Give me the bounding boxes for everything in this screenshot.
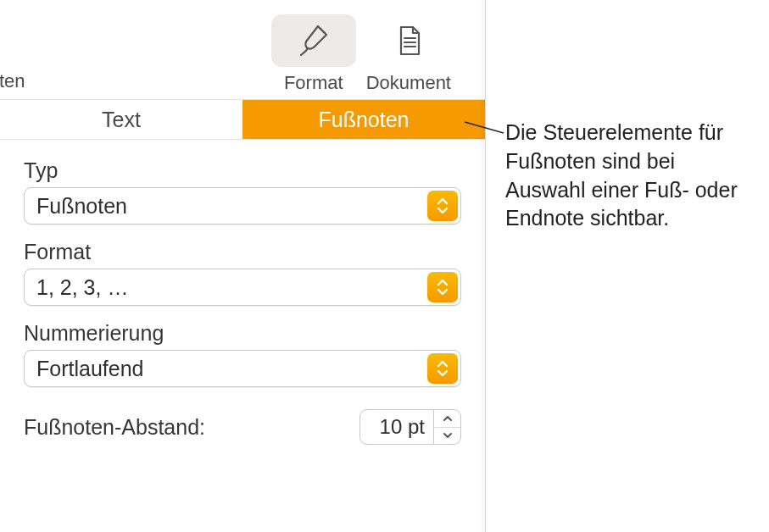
document-tool[interactable]: Dokument xyxy=(361,14,456,94)
chevron-up-icon xyxy=(442,414,454,423)
stepper-buttons xyxy=(434,409,461,445)
tab-footnotes[interactable]: Fußnoten xyxy=(242,100,485,139)
document-icon xyxy=(366,14,451,67)
numbering-label: Nummerierung xyxy=(24,321,461,346)
callout-text: Die Steuerelemente für Fußnoten sind bei… xyxy=(505,119,760,233)
chevron-down-icon xyxy=(442,431,454,440)
format-dropdown[interactable]: 1, 2, 3, … xyxy=(24,269,461,306)
type-value: Fußnoten xyxy=(36,194,449,219)
spacing-stepper: 10 pt xyxy=(359,409,461,445)
updown-icon xyxy=(427,272,458,302)
spacing-label: Fußnoten-Abstand: xyxy=(24,415,205,440)
updown-icon xyxy=(427,353,458,384)
toolbar-left-label: arbeiten xyxy=(0,70,25,92)
format-value: 1, 2, 3, … xyxy=(36,275,449,300)
format-field: Format 1, 2, 3, … xyxy=(24,240,461,306)
type-label: Typ xyxy=(24,158,461,183)
format-label: Format xyxy=(24,240,461,264)
numbering-value: Fortlaufend xyxy=(36,357,449,381)
format-tool-label: Format xyxy=(284,72,343,94)
inspector-tabs: Text Fußnoten xyxy=(0,100,485,140)
document-tool-label: Dokument xyxy=(366,72,451,94)
spacing-value[interactable]: 10 pt xyxy=(359,409,434,445)
type-field: Typ Fußnoten xyxy=(24,158,461,224)
stepper-up[interactable] xyxy=(434,410,460,428)
footnote-controls: Typ Fußnoten Format 1, 2, 3, … xyxy=(0,140,485,463)
toolbar: arbeiten Format xyxy=(0,0,485,100)
inspector-panel: arbeiten Format xyxy=(0,0,486,532)
tab-text[interactable]: Text xyxy=(0,100,242,139)
updown-icon xyxy=(427,191,458,221)
stepper-down[interactable] xyxy=(434,428,460,445)
toolbar-group: Format Dokument xyxy=(266,14,456,94)
spacing-field: Fußnoten-Abstand: 10 pt xyxy=(24,409,461,445)
format-tool[interactable]: Format xyxy=(266,14,361,94)
type-dropdown[interactable]: Fußnoten xyxy=(24,187,461,224)
brush-icon xyxy=(271,14,356,67)
numbering-dropdown[interactable]: Fortlaufend xyxy=(24,350,461,387)
numbering-field: Nummerierung Fortlaufend xyxy=(24,321,461,387)
